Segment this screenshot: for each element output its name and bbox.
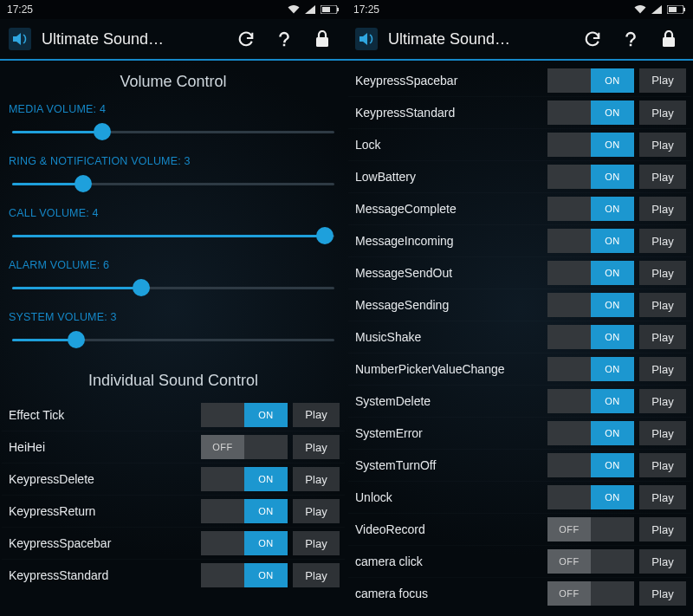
status-icons xyxy=(634,5,686,14)
sound-row: KeypressSpacebarONPlay xyxy=(348,64,691,96)
sound-row: NumberPickerValueChangeONPlay xyxy=(348,353,691,385)
play-button[interactable]: Play xyxy=(293,403,340,427)
volume-slider[interactable] xyxy=(12,280,334,297)
sound-toggle[interactable]: ON xyxy=(547,197,634,221)
play-button[interactable]: Play xyxy=(293,467,340,491)
sound-toggle[interactable]: ON xyxy=(547,325,634,349)
play-button[interactable]: Play xyxy=(639,165,686,189)
sound-name: Lock xyxy=(355,138,542,152)
sound-toggle[interactable]: ON xyxy=(201,531,288,555)
help-button[interactable] xyxy=(269,23,300,55)
sound-name: MusicShake xyxy=(355,330,542,344)
battery-icon xyxy=(321,5,340,14)
sound-row: KeypressStandardONPlay xyxy=(2,559,345,591)
play-button[interactable]: Play xyxy=(639,68,686,93)
sound-toggle[interactable]: ON xyxy=(547,389,634,413)
sound-name: KeypressDelete xyxy=(9,472,196,486)
sound-toggle[interactable]: ON xyxy=(547,453,634,477)
volume-slider[interactable] xyxy=(12,332,334,349)
sound-toggle[interactable]: OFF xyxy=(547,549,634,574)
sound-toggle[interactable]: ON xyxy=(547,293,634,317)
sound-name: MessageSending xyxy=(355,298,542,312)
wifi-icon xyxy=(288,5,300,14)
sound-row: MusicShakeONPlay xyxy=(348,321,691,353)
sound-row: VideoRecordOFFPlay xyxy=(348,513,691,545)
sound-name: Unlock xyxy=(355,490,542,504)
left-content[interactable]: Volume Control MEDIA VOLUME: 4RING & NOT… xyxy=(0,61,346,616)
volume-label: RING & NOTIFICATION VOLUME: 3 xyxy=(3,152,343,176)
sound-toggle[interactable]: ON xyxy=(547,68,634,93)
play-button[interactable]: Play xyxy=(639,101,686,125)
play-button[interactable]: Play xyxy=(639,133,686,157)
volume-label: CALL VOLUME: 4 xyxy=(3,204,343,228)
play-button[interactable]: Play xyxy=(293,531,340,555)
play-button[interactable]: Play xyxy=(639,549,686,574)
play-button[interactable]: Play xyxy=(639,293,686,317)
sound-name: MessageSendOut xyxy=(355,266,542,280)
sound-toggle[interactable]: ON xyxy=(547,421,634,445)
sound-toggle[interactable]: ON xyxy=(547,261,634,285)
svg-rect-6 xyxy=(683,8,685,11)
lock-button[interactable] xyxy=(307,23,338,55)
right-content[interactable]: KeypressSpacebarONPlayKeypressStandardON… xyxy=(346,61,693,616)
sound-name: KeypressStandard xyxy=(355,106,542,120)
play-button[interactable]: Play xyxy=(639,517,686,541)
refresh-button[interactable] xyxy=(577,23,608,55)
sound-name: HeiHei xyxy=(9,440,196,454)
sound-toggle[interactable]: ON xyxy=(547,357,634,381)
sound-toggle[interactable]: ON xyxy=(547,101,634,125)
play-button[interactable]: Play xyxy=(293,563,340,587)
sound-row: SystemDeleteONPlay xyxy=(348,385,691,417)
sound-name: MessageIncoming xyxy=(355,234,542,248)
sound-toggle[interactable]: ON xyxy=(201,499,288,523)
sound-toggle[interactable]: ON xyxy=(201,403,288,427)
volume-block: SYSTEM VOLUME: 3 xyxy=(2,308,345,360)
sound-name: KeypressSpacebar xyxy=(355,74,542,88)
volume-slider[interactable] xyxy=(12,228,334,245)
volume-slider[interactable] xyxy=(12,176,334,193)
sound-toggle[interactable]: OFF xyxy=(547,517,634,541)
lock-button[interactable] xyxy=(653,23,684,55)
play-button[interactable]: Play xyxy=(639,389,686,413)
play-button[interactable]: Play xyxy=(639,261,686,285)
volume-block: CALL VOLUME: 4 xyxy=(2,204,345,256)
sound-row: KeypressStandardONPlay xyxy=(348,96,691,128)
sound-name: Effect Tick xyxy=(9,408,196,422)
svg-rect-2 xyxy=(322,7,330,12)
sound-toggle[interactable]: OFF xyxy=(547,581,634,606)
volume-label: ALARM VOLUME: 6 xyxy=(3,256,343,280)
sound-row: KeypressReturnONPlay xyxy=(2,495,345,527)
play-button[interactable]: Play xyxy=(639,229,686,253)
play-button[interactable]: Play xyxy=(639,581,686,606)
svg-rect-4 xyxy=(316,37,328,47)
play-button[interactable]: Play xyxy=(639,421,686,445)
play-button[interactable]: Play xyxy=(293,435,340,459)
play-button[interactable]: Play xyxy=(639,325,686,349)
sound-name: MessageComplete xyxy=(355,202,542,216)
play-button[interactable]: Play xyxy=(639,357,686,381)
sound-name: SystemDelete xyxy=(355,394,542,408)
play-button[interactable]: Play xyxy=(293,499,340,523)
volume-slider[interactable] xyxy=(12,124,334,141)
sound-toggle[interactable]: OFF xyxy=(201,435,288,459)
svg-rect-9 xyxy=(663,37,675,47)
section-volume-title: Volume Control xyxy=(2,61,345,100)
play-button[interactable]: Play xyxy=(639,485,686,509)
sound-row: camera focusOFFPlay xyxy=(348,577,691,609)
sound-row: Effect TickONPlay xyxy=(2,399,345,431)
sound-toggle[interactable]: ON xyxy=(201,563,288,587)
sound-toggle[interactable]: ON xyxy=(547,165,634,189)
volume-block: ALARM VOLUME: 6 xyxy=(2,256,345,308)
app-title: Ultimate Sound… xyxy=(42,30,164,49)
help-button[interactable] xyxy=(615,23,646,55)
play-button[interactable]: Play xyxy=(639,197,686,221)
sound-toggle[interactable]: ON xyxy=(547,485,634,509)
play-button[interactable]: Play xyxy=(639,453,686,477)
sound-toggle[interactable]: ON xyxy=(547,229,634,253)
status-bar: 17:25 xyxy=(346,0,693,19)
sound-toggle[interactable]: ON xyxy=(547,133,634,157)
status-time: 17:25 xyxy=(7,3,33,16)
sound-toggle[interactable]: ON xyxy=(201,467,288,491)
refresh-button[interactable] xyxy=(230,23,262,55)
sound-row: camera clickOFFPlay xyxy=(348,545,691,577)
